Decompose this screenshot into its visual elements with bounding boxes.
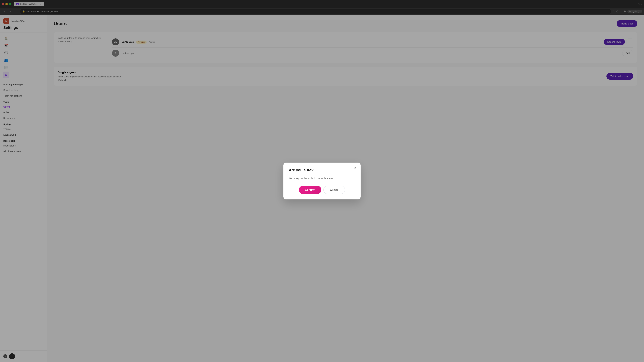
confirmation-dialog: × Are you sure? You may not be able to u… [284,163,360,199]
cancel-button[interactable]: Cancel [323,186,345,194]
dialog-title: Are you sure? [289,168,355,172]
dialog-actions: Confirm Cancel [289,186,355,194]
modal-overlay[interactable]: × Are you sure? You may not be able to u… [0,0,644,362]
confirm-button[interactable]: Confirm [299,186,321,194]
dialog-message: You may not be able to undo this later. [289,176,355,180]
dialog-close-button[interactable]: × [352,165,358,171]
